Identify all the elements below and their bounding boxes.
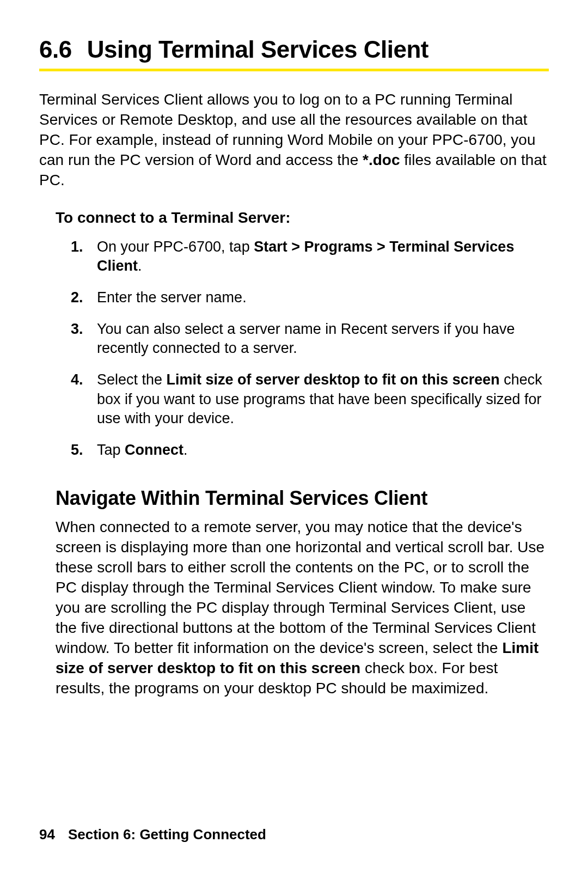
step-number: 4. — [71, 370, 83, 390]
step-number: 2. — [71, 288, 83, 308]
section-heading: Navigate Within Terminal Services Client — [56, 487, 549, 510]
heading-title: Using Terminal Services Client — [87, 36, 428, 63]
step-number: 5. — [71, 441, 83, 460]
step-text-a: Enter the server name. — [97, 289, 247, 306]
step-item: 2. Enter the server name. — [97, 288, 549, 308]
step-text-b: Connect — [125, 442, 183, 458]
footer-label: Section 6: Getting Connected — [68, 826, 266, 843]
step-text-a: Tap — [97, 442, 125, 458]
step-number: 1. — [71, 237, 83, 257]
heading-number: 6.6 — [39, 36, 72, 63]
step-text-a: On your PPC-6700, tap — [97, 239, 254, 255]
step-text-b: Limit size of server desktop to fit on t… — [167, 371, 500, 388]
section-body-pre: When connected to a remote server, you m… — [56, 518, 544, 656]
step-item: 5. Tap Connect. — [97, 441, 549, 460]
section-body: When connected to a remote server, you m… — [56, 517, 549, 699]
heading-underline — [39, 69, 549, 71]
step-item: 1. On your PPC-6700, tap Start > Program… — [97, 237, 549, 276]
document-page: 6.6Using Terminal Services Client Termin… — [0, 0, 588, 879]
intro-text-bold: *.doc — [363, 151, 400, 168]
step-number: 3. — [71, 320, 83, 339]
page-number: 94 — [39, 826, 55, 843]
step-text-c: . — [138, 258, 142, 274]
page-heading: 6.6Using Terminal Services Client — [39, 36, 549, 63]
intro-paragraph: Terminal Services Client allows you to l… — [39, 90, 549, 191]
step-item: 3. You can also select a server name in … — [97, 320, 549, 358]
step-text-a: Select the — [97, 371, 167, 388]
procedure-steps: 1. On your PPC-6700, tap Start > Program… — [39, 237, 549, 460]
step-text-a: You can also select a server name in Rec… — [97, 321, 514, 357]
step-text-c: . — [183, 442, 188, 458]
step-item: 4. Select the Limit size of server deskt… — [97, 370, 549, 429]
page-footer: 94Section 6: Getting Connected — [39, 826, 266, 843]
procedure-heading: To connect to a Terminal Server: — [56, 209, 549, 227]
